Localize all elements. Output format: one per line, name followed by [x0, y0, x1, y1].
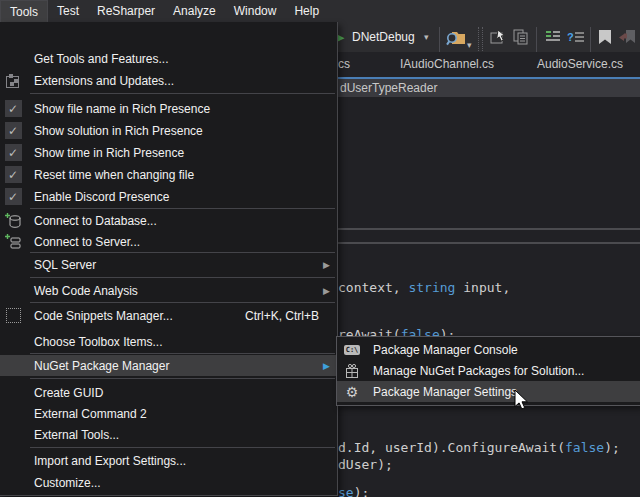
checkmark-icon: ✓: [5, 166, 22, 183]
menu-item-gutter: ✓: [0, 100, 26, 117]
menu-item-customize[interactable]: Customize...: [0, 472, 337, 493]
checkmark-icon: ✓: [5, 100, 22, 117]
menubar-item-resharper[interactable]: ReSharper: [88, 0, 164, 22]
format-lines-icon[interactable]: [544, 22, 561, 52]
menu-item-create-guid[interactable]: Create GUID: [0, 382, 337, 403]
menubar-item-analyze[interactable]: Analyze: [164, 0, 225, 22]
menu-item-enable-discord-presence[interactable]: ✓Enable Discord Presence: [0, 186, 337, 207]
checkmark-icon: ✓: [5, 122, 22, 139]
menu-item-label: Customize...: [26, 476, 337, 490]
menu-item-label: Import and Export Settings...: [26, 454, 337, 468]
menu-item-label: Connect to Server...: [26, 235, 337, 249]
menu-item-show-file-name-in-rich-presence[interactable]: ✓Show file name in Rich Presence: [0, 98, 337, 119]
question-lines-icon[interactable]: ?: [567, 22, 585, 52]
menu-item-gutter: ✓: [0, 188, 26, 205]
tab-audioservice-cs[interactable]: AudioService.cs: [537, 57, 623, 71]
menu-item-label: SQL Server: [26, 258, 337, 272]
bookmark-icon[interactable]: [598, 22, 612, 52]
menu-item-gutter: [0, 234, 26, 250]
gear-icon: ⚙: [346, 385, 359, 399]
menu-separator: [30, 353, 335, 354]
menu-item-code-snippets-manager[interactable]: Code Snippets Manager...Ctrl+K, Ctrl+B: [0, 305, 337, 326]
menubar-item-help[interactable]: Help: [285, 0, 328, 22]
menubar-item-test[interactable]: Test: [48, 0, 88, 22]
tools-menu-popup: Get Tools and Features...Extensions and …: [0, 22, 338, 496]
menu-separator: [30, 447, 335, 448]
menu-item-label: Extensions and Updates...: [26, 74, 337, 88]
editor-splitter-line: [338, 242, 640, 244]
menu-item-gutter: ✓: [0, 122, 26, 139]
code-snippets-icon: [6, 308, 21, 323]
menu-item-sql-server[interactable]: SQL Server▶: [0, 254, 337, 275]
connect-server-icon: [5, 234, 22, 250]
menu-separator: [30, 302, 335, 303]
menu-item-label: External Tools...: [26, 428, 337, 442]
editor-splitter-line: [338, 228, 640, 230]
code-line: dUser);: [338, 457, 393, 472]
menu-item-connect-to-database[interactable]: Connect to Database...: [0, 210, 337, 231]
menu-item-show-solution-in-rich-presence[interactable]: ✓Show solution in Rich Presence: [0, 120, 337, 141]
svg-text:?: ?: [567, 31, 574, 43]
menu-item-connect-to-server[interactable]: Connect to Server...: [0, 231, 337, 252]
extensions-icon: [5, 73, 21, 89]
run-config-dropdown-icon[interactable]: ▾: [424, 22, 429, 52]
menu-item-import-and-export-settings[interactable]: Import and Export Settings...: [0, 450, 337, 471]
submenu-item-label: Manage NuGet Packages for Solution...: [367, 364, 584, 378]
submenu-item-manage-nuget-packages-for-solution[interactable]: Manage NuGet Packages for Solution...: [337, 360, 640, 381]
menu-bar: ToolsTestReSharperAnalyzeWindowHelp: [0, 0, 640, 22]
menu-item-label: Show file name in Rich Presence: [26, 102, 337, 116]
menu-item-gutter: [0, 73, 26, 89]
menu-item-label: Show time in Rich Presence: [26, 146, 337, 160]
menu-item-extensions-and-updates[interactable]: Extensions and Updates...: [0, 70, 337, 91]
menu-item-label: Enable Discord Presence: [26, 190, 337, 204]
menu-item-label: Show solution in Rich Presence: [26, 124, 337, 138]
tab-cs[interactable]: cs: [338, 57, 350, 71]
menu-item-label: Create GUID: [26, 386, 337, 400]
menu-item-label: Connect to Database...: [26, 214, 337, 228]
menu-item-shortcut: Ctrl+K, Ctrl+B: [245, 309, 337, 323]
menubar-item-tools[interactable]: Tools: [0, 0, 48, 22]
pointer-frame-icon[interactable]: [490, 22, 508, 52]
copy-lines-icon[interactable]: [512, 22, 529, 52]
package-icon: [344, 363, 360, 379]
submenu-item-package-manager-settings[interactable]: ⚙Package Manager Settings: [337, 381, 640, 402]
submenu-item-gutter: ⚙: [337, 385, 367, 399]
menu-item-external-tools[interactable]: External Tools...: [0, 424, 337, 445]
menu-separator: [30, 93, 335, 94]
submenu-item-gutter: [337, 363, 367, 379]
breadcrumb-text: dUserTypeReader: [340, 81, 437, 95]
previous-bookmark-icon[interactable]: [618, 22, 636, 52]
code-line: context, string input,: [338, 280, 510, 295]
menu-item-reset-time-when-changing-file[interactable]: ✓Reset time when changing file: [0, 164, 337, 185]
submenu-item-label: Package Manager Settings: [367, 385, 517, 399]
find-in-files-icon[interactable]: [446, 22, 466, 52]
menu-item-show-time-in-rich-presence[interactable]: ✓Show time in Rich Presence: [0, 142, 337, 163]
menu-item-gutter: [0, 213, 26, 229]
menu-item-get-tools-and-features[interactable]: Get Tools and Features...: [0, 48, 337, 69]
submenu-item-gutter: C:\: [337, 345, 367, 355]
code-line: se);: [338, 485, 369, 497]
checkmark-icon: ✓: [5, 188, 22, 205]
menu-separator: [30, 378, 335, 379]
menu-item-label: NuGet Package Manager: [26, 359, 337, 373]
menu-item-label: Choose Toolbox Items...: [26, 335, 337, 349]
menubar-item-window[interactable]: Window: [225, 0, 286, 22]
menu-item-web-code-analysis[interactable]: Web Code Analysis▶: [0, 280, 337, 301]
menu-item-label: Code Snippets Manager...: [26, 309, 245, 323]
menu-item-label: Web Code Analysis: [26, 284, 337, 298]
tab-iaudiochannel-cs[interactable]: IAudioChannel.cs: [400, 57, 494, 71]
menu-separator: [30, 277, 335, 278]
menu-item-gutter: ✓: [0, 144, 26, 161]
console-icon: C:\: [344, 345, 361, 355]
submenu-item-package-manager-console[interactable]: C:\Package Manager Console: [337, 339, 640, 360]
code-line: d.Id, userId).ConfigureAwait(false);: [338, 440, 620, 455]
submenu-arrow-icon: ▶: [323, 286, 330, 296]
submenu-item-label: Package Manager Console: [367, 343, 518, 357]
menu-item-nuget-package-manager[interactable]: NuGet Package Manager▶: [0, 355, 337, 376]
submenu-arrow-icon: ▶: [323, 260, 330, 270]
menu-item-choose-toolbox-items[interactable]: Choose Toolbox Items...: [0, 331, 337, 352]
run-config-label[interactable]: DNetDebug: [352, 22, 415, 52]
menu-item-external-command-2[interactable]: External Command 2: [0, 403, 337, 424]
mouse-cursor: [514, 389, 529, 411]
menu-item-gutter: ✓: [0, 166, 26, 183]
